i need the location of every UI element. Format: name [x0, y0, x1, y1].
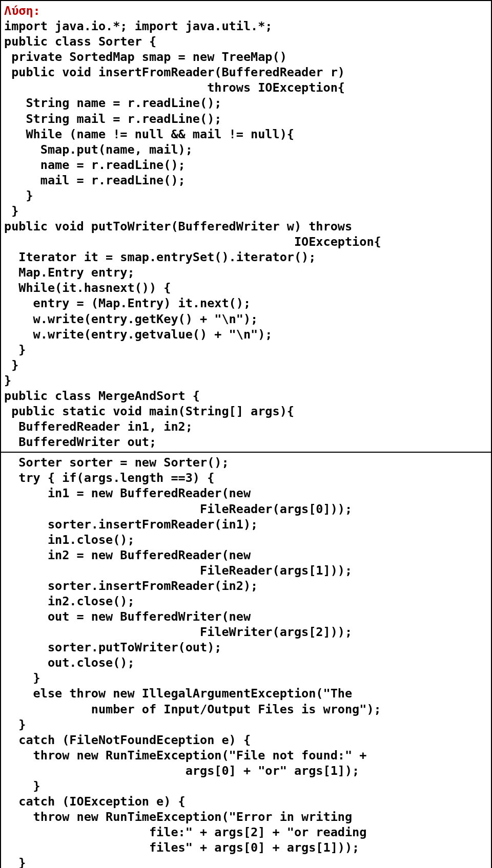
code-top: import java.io.*; import java.util.*; pu… — [4, 18, 486, 450]
solution-heading: Λύση: — [4, 4, 40, 18]
code-bottom: Sorter sorter = new Sorter(); try { if(a… — [4, 455, 486, 868]
code-block-bottom: Sorter sorter = new Sorter(); try { if(a… — [0, 453, 492, 868]
code-block-top: Λύση: import java.io.*; import java.util… — [0, 0, 492, 453]
